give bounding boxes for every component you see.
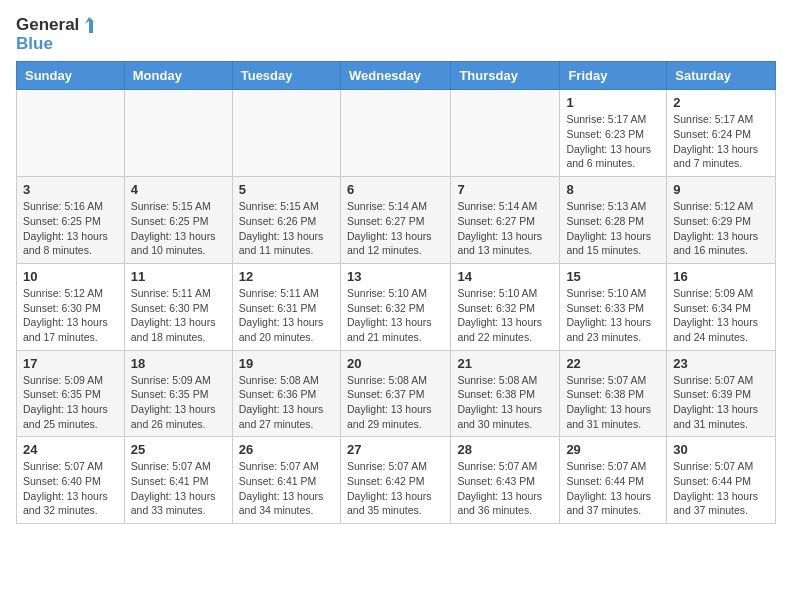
calendar-cell: 9Sunrise: 5:12 AM Sunset: 6:29 PM Daylig… (667, 177, 776, 264)
day-number: 3 (23, 182, 118, 197)
calendar-cell: 18Sunrise: 5:09 AM Sunset: 6:35 PM Dayli… (124, 350, 232, 437)
day-number: 10 (23, 269, 118, 284)
calendar-cell (124, 90, 232, 177)
calendar-cell (340, 90, 450, 177)
day-number: 22 (566, 356, 660, 371)
calendar-week-row: 3Sunrise: 5:16 AM Sunset: 6:25 PM Daylig… (17, 177, 776, 264)
calendar-week-row: 17Sunrise: 5:09 AM Sunset: 6:35 PM Dayli… (17, 350, 776, 437)
calendar-cell: 19Sunrise: 5:08 AM Sunset: 6:36 PM Dayli… (232, 350, 340, 437)
day-detail: Sunrise: 5:08 AM Sunset: 6:36 PM Dayligh… (239, 373, 334, 432)
calendar-cell: 21Sunrise: 5:08 AM Sunset: 6:38 PM Dayli… (451, 350, 560, 437)
calendar-week-row: 1Sunrise: 5:17 AM Sunset: 6:23 PM Daylig… (17, 90, 776, 177)
calendar-cell: 6Sunrise: 5:14 AM Sunset: 6:27 PM Daylig… (340, 177, 450, 264)
day-detail: Sunrise: 5:07 AM Sunset: 6:44 PM Dayligh… (566, 459, 660, 518)
calendar-cell: 16Sunrise: 5:09 AM Sunset: 6:34 PM Dayli… (667, 263, 776, 350)
calendar-cell: 23Sunrise: 5:07 AM Sunset: 6:39 PM Dayli… (667, 350, 776, 437)
day-detail: Sunrise: 5:11 AM Sunset: 6:30 PM Dayligh… (131, 286, 226, 345)
logo-blue: Blue (16, 35, 99, 54)
day-detail: Sunrise: 5:12 AM Sunset: 6:30 PM Dayligh… (23, 286, 118, 345)
day-number: 19 (239, 356, 334, 371)
day-detail: Sunrise: 5:14 AM Sunset: 6:27 PM Dayligh… (457, 199, 553, 258)
day-detail: Sunrise: 5:07 AM Sunset: 6:42 PM Dayligh… (347, 459, 444, 518)
weekday-header-sunday: Sunday (17, 62, 125, 90)
calendar-cell: 15Sunrise: 5:10 AM Sunset: 6:33 PM Dayli… (560, 263, 667, 350)
day-number: 16 (673, 269, 769, 284)
calendar-cell: 20Sunrise: 5:08 AM Sunset: 6:37 PM Dayli… (340, 350, 450, 437)
day-number: 20 (347, 356, 444, 371)
logo-arrow-icon (81, 16, 99, 34)
day-number: 5 (239, 182, 334, 197)
day-number: 11 (131, 269, 226, 284)
day-detail: Sunrise: 5:10 AM Sunset: 6:32 PM Dayligh… (457, 286, 553, 345)
weekday-header-saturday: Saturday (667, 62, 776, 90)
calendar-cell (17, 90, 125, 177)
weekday-header-wednesday: Wednesday (340, 62, 450, 90)
day-detail: Sunrise: 5:09 AM Sunset: 6:35 PM Dayligh… (131, 373, 226, 432)
day-detail: Sunrise: 5:09 AM Sunset: 6:35 PM Dayligh… (23, 373, 118, 432)
day-detail: Sunrise: 5:12 AM Sunset: 6:29 PM Dayligh… (673, 199, 769, 258)
day-number: 4 (131, 182, 226, 197)
day-detail: Sunrise: 5:15 AM Sunset: 6:25 PM Dayligh… (131, 199, 226, 258)
calendar-cell: 12Sunrise: 5:11 AM Sunset: 6:31 PM Dayli… (232, 263, 340, 350)
svg-marker-0 (85, 17, 97, 33)
weekday-header-monday: Monday (124, 62, 232, 90)
calendar-cell: 17Sunrise: 5:09 AM Sunset: 6:35 PM Dayli… (17, 350, 125, 437)
weekday-header-thursday: Thursday (451, 62, 560, 90)
day-number: 14 (457, 269, 553, 284)
logo: General Blue (16, 16, 99, 53)
day-number: 15 (566, 269, 660, 284)
calendar-cell: 26Sunrise: 5:07 AM Sunset: 6:41 PM Dayli… (232, 437, 340, 524)
calendar-cell: 7Sunrise: 5:14 AM Sunset: 6:27 PM Daylig… (451, 177, 560, 264)
calendar-cell: 4Sunrise: 5:15 AM Sunset: 6:25 PM Daylig… (124, 177, 232, 264)
logo-general: General (16, 16, 79, 35)
calendar-cell: 3Sunrise: 5:16 AM Sunset: 6:25 PM Daylig… (17, 177, 125, 264)
calendar-cell: 10Sunrise: 5:12 AM Sunset: 6:30 PM Dayli… (17, 263, 125, 350)
calendar-cell (232, 90, 340, 177)
day-detail: Sunrise: 5:07 AM Sunset: 6:38 PM Dayligh… (566, 373, 660, 432)
day-detail: Sunrise: 5:17 AM Sunset: 6:24 PM Dayligh… (673, 112, 769, 171)
day-number: 24 (23, 442, 118, 457)
day-detail: Sunrise: 5:07 AM Sunset: 6:39 PM Dayligh… (673, 373, 769, 432)
calendar-cell: 8Sunrise: 5:13 AM Sunset: 6:28 PM Daylig… (560, 177, 667, 264)
calendar-week-row: 24Sunrise: 5:07 AM Sunset: 6:40 PM Dayli… (17, 437, 776, 524)
logo-text: General Blue (16, 16, 99, 53)
calendar-cell: 30Sunrise: 5:07 AM Sunset: 6:44 PM Dayli… (667, 437, 776, 524)
day-number: 28 (457, 442, 553, 457)
calendar-cell: 5Sunrise: 5:15 AM Sunset: 6:26 PM Daylig… (232, 177, 340, 264)
day-detail: Sunrise: 5:15 AM Sunset: 6:26 PM Dayligh… (239, 199, 334, 258)
calendar-cell: 1Sunrise: 5:17 AM Sunset: 6:23 PM Daylig… (560, 90, 667, 177)
calendar-cell: 13Sunrise: 5:10 AM Sunset: 6:32 PM Dayli… (340, 263, 450, 350)
day-number: 23 (673, 356, 769, 371)
weekday-header-row: SundayMondayTuesdayWednesdayThursdayFrid… (17, 62, 776, 90)
day-number: 13 (347, 269, 444, 284)
day-number: 6 (347, 182, 444, 197)
day-detail: Sunrise: 5:16 AM Sunset: 6:25 PM Dayligh… (23, 199, 118, 258)
calendar-cell: 14Sunrise: 5:10 AM Sunset: 6:32 PM Dayli… (451, 263, 560, 350)
day-detail: Sunrise: 5:07 AM Sunset: 6:40 PM Dayligh… (23, 459, 118, 518)
weekday-header-tuesday: Tuesday (232, 62, 340, 90)
day-detail: Sunrise: 5:07 AM Sunset: 6:44 PM Dayligh… (673, 459, 769, 518)
calendar-cell: 22Sunrise: 5:07 AM Sunset: 6:38 PM Dayli… (560, 350, 667, 437)
calendar-cell (451, 90, 560, 177)
day-number: 29 (566, 442, 660, 457)
day-number: 18 (131, 356, 226, 371)
calendar-cell: 24Sunrise: 5:07 AM Sunset: 6:40 PM Dayli… (17, 437, 125, 524)
day-number: 27 (347, 442, 444, 457)
day-number: 30 (673, 442, 769, 457)
calendar-cell: 28Sunrise: 5:07 AM Sunset: 6:43 PM Dayli… (451, 437, 560, 524)
day-detail: Sunrise: 5:07 AM Sunset: 6:41 PM Dayligh… (131, 459, 226, 518)
day-detail: Sunrise: 5:13 AM Sunset: 6:28 PM Dayligh… (566, 199, 660, 258)
page-header: General Blue (16, 16, 776, 53)
day-number: 9 (673, 182, 769, 197)
calendar-cell: 11Sunrise: 5:11 AM Sunset: 6:30 PM Dayli… (124, 263, 232, 350)
day-number: 12 (239, 269, 334, 284)
day-detail: Sunrise: 5:08 AM Sunset: 6:38 PM Dayligh… (457, 373, 553, 432)
day-detail: Sunrise: 5:10 AM Sunset: 6:32 PM Dayligh… (347, 286, 444, 345)
day-number: 7 (457, 182, 553, 197)
weekday-header-friday: Friday (560, 62, 667, 90)
day-detail: Sunrise: 5:07 AM Sunset: 6:41 PM Dayligh… (239, 459, 334, 518)
day-detail: Sunrise: 5:09 AM Sunset: 6:34 PM Dayligh… (673, 286, 769, 345)
day-number: 2 (673, 95, 769, 110)
day-detail: Sunrise: 5:14 AM Sunset: 6:27 PM Dayligh… (347, 199, 444, 258)
day-detail: Sunrise: 5:07 AM Sunset: 6:43 PM Dayligh… (457, 459, 553, 518)
